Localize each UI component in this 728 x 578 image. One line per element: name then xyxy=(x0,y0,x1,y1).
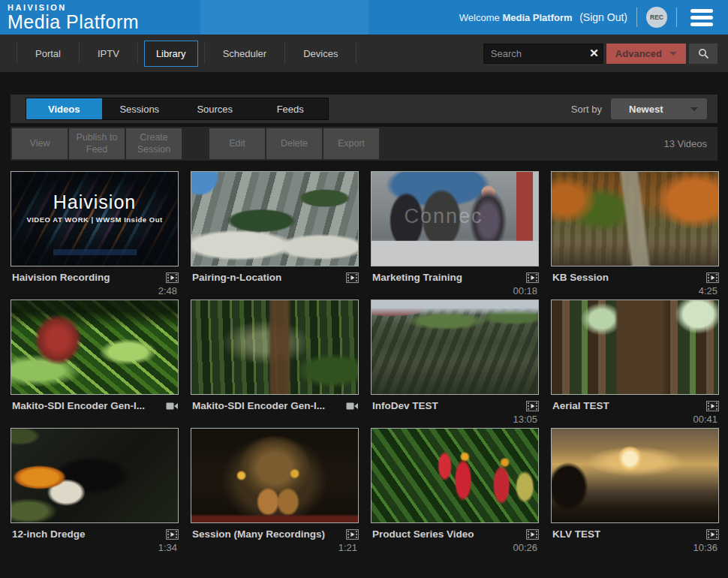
nav-item-library[interactable]: Library xyxy=(144,41,198,67)
video-title[interactable]: Pairing-n-Location xyxy=(192,272,281,283)
edit-button[interactable]: Edit xyxy=(209,128,265,159)
video-duration: 00:41 xyxy=(552,411,719,425)
video-thumbnail[interactable] xyxy=(371,428,539,523)
video-file-icon xyxy=(706,272,719,283)
video-card[interactable]: Makito-SDI Encoder Gen-I... xyxy=(191,300,360,425)
create-session-button[interactable]: Create Session xyxy=(126,128,182,159)
video-title[interactable]: InfoDev TEST xyxy=(372,400,438,411)
video-thumbnail[interactable] xyxy=(551,300,719,395)
hamburger-menu-icon[interactable] xyxy=(686,6,717,29)
nav-item-iptv[interactable]: IPTV xyxy=(86,41,131,67)
video-file-icon xyxy=(166,272,179,283)
search-clear-icon[interactable]: ✕ xyxy=(589,47,599,60)
nav-divider xyxy=(356,43,356,64)
main-navbar: PortalIPTVLibrarySchedulerDevices ✕ Adva… xyxy=(0,35,728,72)
video-card[interactable]: 12-inch Dredge xyxy=(11,428,180,553)
app-header: HAIVISION Media Platform Welcome Media P… xyxy=(0,0,728,35)
nav-item-portal[interactable]: Portal xyxy=(23,41,73,67)
video-title[interactable]: Makito-SDI Encoder Gen-I... xyxy=(12,400,145,411)
video-title[interactable]: Session (Many Recordings) xyxy=(192,528,325,540)
tab-sessions[interactable]: Sessions xyxy=(102,98,178,119)
video-thumbnail[interactable] xyxy=(191,428,359,523)
video-thumbnail[interactable]: Connec xyxy=(371,171,539,266)
library-tabs: VideosSessionsSourcesFeeds xyxy=(26,98,329,120)
thumbnail-overlay-title: Haivision xyxy=(11,191,178,213)
video-title[interactable]: Haivision Recording xyxy=(12,272,110,283)
thumbnail-overlay-subtitle: VIDEO AT WORK | WWSM Inside Out xyxy=(11,215,178,224)
video-title[interactable]: Product Series Video xyxy=(372,528,474,540)
video-thumbnail[interactable]: Haivision VIDEO AT WORK | WWSM Inside Ou… xyxy=(11,171,179,266)
export-button[interactable]: Export xyxy=(323,128,379,159)
video-title[interactable]: KB Session xyxy=(552,272,609,283)
video-thumbnail[interactable] xyxy=(11,428,179,523)
video-card[interactable]: Pairing-n-Location xyxy=(191,171,360,297)
video-camera-icon xyxy=(346,402,359,411)
video-thumbnail[interactable] xyxy=(191,171,359,266)
video-card[interactable]: KB Session xyxy=(551,171,720,297)
search-input[interactable] xyxy=(483,44,603,64)
video-duration: 2:48 xyxy=(12,283,179,297)
sort-dropdown[interactable]: Newest xyxy=(611,98,707,119)
video-thumbnail[interactable] xyxy=(551,171,719,266)
library-tabstrip: VideosSessionsSourcesFeeds Sort by Newes… xyxy=(11,95,717,123)
view-button[interactable]: View xyxy=(12,128,68,159)
video-file-icon xyxy=(346,272,359,283)
rec-badge[interactable]: REC xyxy=(646,7,667,28)
video-duration: 1:21 xyxy=(192,540,359,553)
tab-sources[interactable]: Sources xyxy=(177,98,253,119)
video-file-icon xyxy=(346,529,359,540)
nav-item-scheduler[interactable]: Scheduler xyxy=(211,41,279,67)
delete-button[interactable]: Delete xyxy=(266,128,322,159)
sort-value: Newest xyxy=(629,104,663,115)
nav-item-devices[interactable]: Devices xyxy=(291,41,350,67)
video-title[interactable]: KLV TEST xyxy=(552,528,600,540)
video-title[interactable]: Makito-SDI Encoder Gen-I... xyxy=(192,400,325,411)
video-thumbnail[interactable] xyxy=(191,300,359,395)
video-title[interactable]: Marketing Training xyxy=(372,272,462,283)
tab-videos[interactable]: Videos xyxy=(26,98,102,119)
video-card[interactable]: Makito-SDI Encoder Gen-I... xyxy=(11,300,180,425)
video-file-icon xyxy=(166,529,179,540)
nav-divider xyxy=(17,43,17,64)
video-title[interactable]: Aerial TEST xyxy=(552,400,609,411)
video-card[interactable]: InfoDev TEST xyxy=(371,300,540,425)
video-duration: 1:34 xyxy=(12,540,179,553)
video-thumbnail[interactable] xyxy=(11,300,179,395)
logo-product: Media Platform xyxy=(8,13,139,32)
video-file-icon xyxy=(526,401,539,411)
video-duration xyxy=(192,283,359,297)
video-card[interactable]: Product Series Video xyxy=(371,428,540,553)
tab-feeds[interactable]: Feeds xyxy=(253,98,329,119)
video-duration: 4:25 xyxy=(552,283,719,297)
video-file-icon xyxy=(706,401,719,411)
video-card[interactable]: Session (Many Recordings) xyxy=(191,428,360,553)
publish-to-feed-button[interactable]: Publish to Feed xyxy=(69,128,125,159)
chevron-down-icon xyxy=(669,52,677,56)
video-file-icon xyxy=(526,529,539,540)
video-duration: 10:36 xyxy=(552,540,719,553)
video-file-icon xyxy=(706,529,719,540)
advanced-search-button[interactable]: Advanced xyxy=(606,44,686,64)
video-camera-icon xyxy=(166,402,179,411)
video-duration xyxy=(12,411,179,425)
nav-divider xyxy=(284,43,285,64)
app-logo: HAIVISION Media Platform xyxy=(8,4,139,32)
video-thumbnail[interactable] xyxy=(551,428,719,523)
video-grid: Haivision VIDEO AT WORK | WWSM Inside Ou… xyxy=(11,171,717,553)
video-card[interactable]: Haivision VIDEO AT WORK | WWSM Inside Ou… xyxy=(11,171,180,297)
sign-out-link[interactable]: (Sign Out) xyxy=(579,11,627,23)
video-card[interactable]: Aerial TEST xyxy=(551,300,720,425)
video-title[interactable]: 12-inch Dredge xyxy=(12,528,86,540)
video-card[interactable]: Connec Marketing Training xyxy=(371,171,540,297)
video-card[interactable]: KLV TEST xyxy=(551,428,720,553)
video-thumbnail[interactable] xyxy=(371,300,539,395)
video-duration: 00:26 xyxy=(372,540,539,553)
sort-by-label: Sort by xyxy=(571,104,602,115)
video-duration xyxy=(192,411,359,425)
nav-divider xyxy=(137,43,138,64)
header-highlight xyxy=(200,0,369,35)
toolbar-gap xyxy=(183,128,208,159)
video-duration: 13:05 xyxy=(372,411,539,425)
search-submit-button[interactable] xyxy=(689,44,717,64)
video-file-icon xyxy=(526,272,539,283)
